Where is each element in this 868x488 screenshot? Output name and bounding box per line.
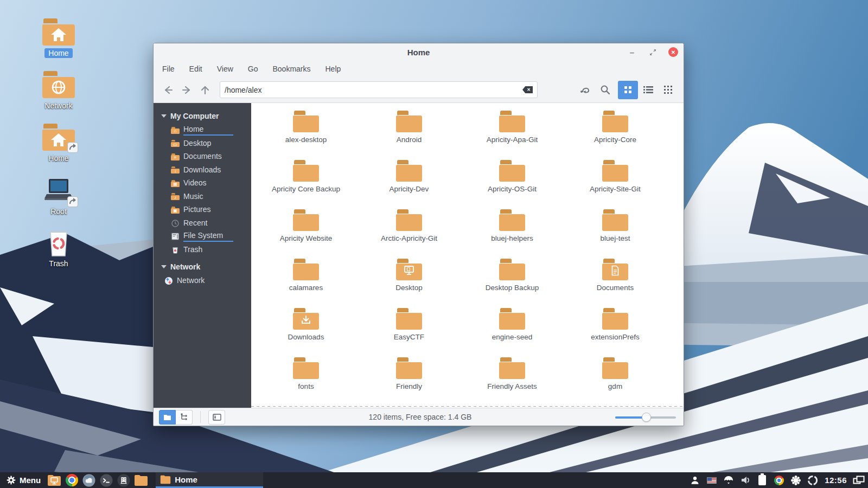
cloud-app-launcher-icon[interactable] [82,473,96,487]
forward-button[interactable] [177,82,196,98]
file-item[interactable]: Apricity Core Backup [254,160,358,209]
folder-icon [602,259,628,280]
folder-icon [499,160,525,182]
file-item[interactable]: Apricity-Dev [358,160,461,209]
sidebar-item-desktop[interactable]: ▭ Desktop [154,137,251,151]
sidebar-item-documents[interactable]: ≡ Documents [154,150,251,164]
sidebar-item-file-system[interactable]: File System [154,230,251,243]
file-item[interactable]: calamares [254,259,358,308]
chrome-tray-icon[interactable] [773,474,785,486]
trash-can-icon [42,229,75,257]
menu-view[interactable]: View [217,65,233,73]
file-item[interactable]: fonts [254,357,358,407]
terminal-launcher-icon[interactable] [99,473,113,487]
clear-path-icon[interactable]: ✕ [522,86,533,93]
desktop-icon-root[interactable]: Root [34,177,84,216]
minimize-button[interactable]: – [627,47,637,57]
folder-icon [293,357,319,379]
battery-icon[interactable] [756,474,768,486]
tree-pane-button[interactable] [176,410,193,425]
titlebar[interactable]: Home – ✕ [154,43,684,61]
up-button[interactable] [196,82,214,98]
file-item[interactable]: engine-seed [461,308,564,357]
sidebar-item-pictures[interactable]: ▣ Pictures [154,203,251,217]
builder-launcher-icon[interactable] [117,473,131,487]
back-button[interactable] [159,82,177,98]
path-input[interactable]: /home/alex ✕ [220,81,538,98]
file-item[interactable]: Apricity-Site-Git [564,160,667,209]
chrome-launcher-icon[interactable] [65,473,79,487]
sidebar-item-network[interactable]: Network [154,274,251,288]
file-item[interactable]: Desktop Backup [461,259,564,308]
file-manager-window: Home – ✕ File Edit View Go Bookmarks Hel… [153,43,684,426]
file-item[interactable]: Friendly Assets [461,357,564,407]
slider-handle[interactable] [642,413,651,422]
menu-file[interactable]: File [162,65,175,73]
file-name: Desktop [395,284,423,292]
file-item[interactable]: Downloads [254,308,358,357]
menu-go[interactable]: Go [248,65,258,73]
file-item[interactable]: extensionPrefs [564,308,667,357]
compact-view-button[interactable] [658,81,678,99]
sidebar-item-videos[interactable]: ▦ Videos [154,177,251,190]
maximize-button[interactable] [648,47,658,57]
file-item[interactable]: gdm [564,357,667,407]
close-button[interactable]: ✕ [668,47,678,57]
file-item[interactable]: Apricity Website [254,209,358,259]
clock[interactable]: 12:56 [825,476,847,485]
desktop-icon-trash[interactable]: Trash [34,229,84,268]
search-icon[interactable] [595,81,615,99]
menu-bookmarks[interactable]: Bookmarks [272,65,310,73]
desktop-icon-home[interactable]: Home [34,18,84,58]
settings-daemon-tray-icon[interactable] [790,474,802,486]
desktop-icon-network[interactable]: Network [34,71,84,111]
sidebar-item-downloads[interactable]: ↓ Downloads [154,164,251,177]
monitor-emblem-icon [404,265,414,276]
places-sidebar: My Computer ⌂ Home ▭ Desktop ≡ Documents… [154,103,251,408]
file-item[interactable]: Apricity-Apa-Git [461,111,564,160]
file-name: gdm [608,382,622,390]
keyboard-layout-flag-icon[interactable] [706,474,718,486]
show-desktop-button[interactable] [47,473,61,487]
sidebar-item-recent[interactable]: Recent [154,217,251,230]
taskbar-window-home[interactable]: Home [156,472,263,488]
desktop-icon-home-link[interactable]: Home [34,124,84,163]
file-item[interactable]: Apricity-Core [564,111,667,160]
zoom-slider[interactable] [615,412,676,422]
download-emblem-icon [301,314,311,325]
network-applet-icon[interactable] [723,474,735,486]
file-view[interactable]: alex-desktop Android Apricity-Apa-Git Ap… [251,103,684,408]
folder-icon [499,259,525,280]
icon-view-button[interactable] [618,81,638,99]
sidebar-item-music[interactable]: ♪ Music [154,190,251,204]
user-applet-icon[interactable] [689,474,701,486]
sidebar-section-my-computer[interactable]: My Computer [154,108,251,124]
list-view-button[interactable] [638,81,658,99]
menu-help[interactable]: Help [326,65,341,73]
file-item[interactable]: bluej-test [564,209,667,259]
menu-button[interactable]: Menu [3,472,44,488]
window-list-icon[interactable] [853,474,865,486]
file-name: bluej-test [601,234,630,242]
hide-sidebar-button[interactable] [208,410,225,425]
file-item[interactable]: Arctic-Apricity-Git [358,209,461,259]
menu-edit[interactable]: Edit [189,65,202,73]
file-item[interactable]: Friendly [358,357,461,407]
reload-icon[interactable] [576,81,595,99]
file-name: Android [397,136,422,144]
home-folder-icon [42,18,75,46]
files-launcher-icon[interactable] [134,473,148,487]
file-item[interactable]: Apricity-OS-Git [461,160,564,209]
sidebar-item-home[interactable]: ⌂ Home [154,124,251,137]
file-item[interactable]: Documents [564,259,667,308]
places-pane-button[interactable] [159,410,176,425]
sidebar-section-network[interactable]: Network [154,259,251,274]
file-item[interactable]: Desktop [358,259,461,308]
volume-icon[interactable] [739,474,751,486]
file-item[interactable]: Android [358,111,461,160]
file-item[interactable]: bluej-helpers [461,209,564,259]
file-item[interactable]: alex-desktop [254,111,358,160]
sidebar-item-trash[interactable]: Trash [154,243,251,257]
file-item[interactable]: EasyCTF [358,308,461,357]
status-ring-tray-icon[interactable] [807,474,819,486]
